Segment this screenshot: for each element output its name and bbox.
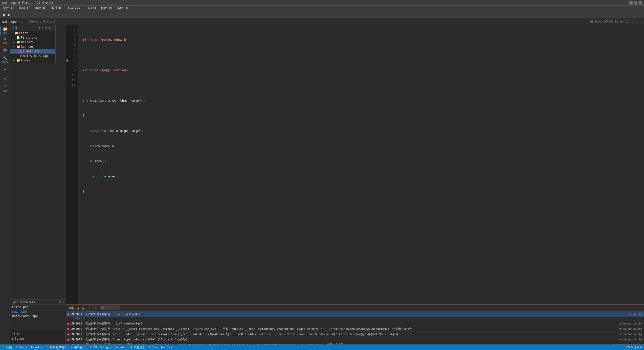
tree-item-headers-label: Headers bbox=[21, 40, 34, 44]
issues-filter-input[interactable] bbox=[100, 306, 120, 310]
bottom-left-first: First bbox=[12, 332, 64, 336]
menu-analyze[interactable]: Analyze bbox=[65, 6, 82, 11]
issue-row-2[interactable]: ● LNK2001: 无法解析的外部符号 __CxxFrameHandler3 … bbox=[66, 321, 644, 326]
code-9b: (); bbox=[102, 159, 108, 164]
menu-help[interactable]: 帮助(H) bbox=[115, 6, 131, 11]
first-folder-icon: 📁 bbox=[14, 31, 18, 35]
fn-exec-10: exec bbox=[108, 174, 116, 179]
kw-include-3: #include bbox=[82, 68, 98, 73]
issue-text-2: LNK2001: 无法解析的外部符号 __CxxFrameHandler3 bbox=[70, 322, 611, 325]
doc-item-mainwindow-cpp[interactable]: mainwindow.cpp bbox=[10, 314, 66, 318]
tree-header: 项目 ▼ ↑ ⊞ ⧉ ⋯ bbox=[10, 25, 55, 31]
code-line-3: #include <QApplication> bbox=[82, 68, 644, 73]
code-9a: w. bbox=[82, 159, 94, 164]
status-test-results[interactable]: 8 Test Results bbox=[148, 346, 173, 349]
issues-warning-btn[interactable]: ⚠ bbox=[87, 306, 92, 310]
menu-file[interactable]: 文件(F) bbox=[1, 6, 17, 11]
sidebar-icon-settings[interactable]: ⚙ bbox=[1, 74, 10, 83]
brace-11: } bbox=[82, 189, 84, 194]
code-line-9: w.show(); bbox=[82, 159, 644, 164]
sidebar-icon-debug[interactable]: 🔧 Debug bbox=[1, 55, 10, 64]
line-12: 12 bbox=[66, 83, 78, 88]
code-line-11: } bbox=[82, 189, 644, 194]
main-cpp-file-icon: 🗎 bbox=[22, 50, 25, 53]
sidebar-icon-help[interactable]: ? 帮助 bbox=[1, 84, 10, 93]
tree-item-main-cpp[interactable]: ● 🗎 main.cpp bbox=[10, 49, 55, 54]
bottom-left-debug: Debug bbox=[15, 337, 24, 340]
code-line-5: int main(int argc, char *argv[]) bbox=[82, 98, 644, 103]
tree-header-label: 项目 bbox=[12, 26, 17, 30]
issue-row-4[interactable]: ● LNK2019: 无法解析的外部符号 "void __cdecl opera… bbox=[66, 332, 644, 337]
line-1: 1 bbox=[66, 27, 78, 32]
tree-item-mainwindow-cpp[interactable]: 🗎 mainwindow.cpp bbox=[10, 54, 55, 58]
tab-warning-icon: ⚠ bbox=[21, 20, 23, 23]
tree-item-first[interactable]: ▼ 📁 First bbox=[10, 31, 55, 35]
open-docs-header-icons: ≡ ↑ bbox=[59, 300, 64, 304]
sidebar-icon-db[interactable]: ⛃ bbox=[1, 45, 10, 55]
issue-file-5: mainwindow.obj bbox=[612, 338, 642, 341]
issue-file-3: mainwindow.obj bbox=[612, 327, 642, 331]
db-icon: ⛃ bbox=[3, 48, 7, 53]
code-lines[interactable]: #include "mainwindow.h" #include <QAppli… bbox=[78, 25, 644, 305]
project-icon: 📁 bbox=[3, 27, 8, 31]
menu-bar: 文件(F) 编辑(E) 检建(B) 调试(D) Analyze 工具(I) 控件… bbox=[0, 6, 644, 11]
line-7: ● 7 bbox=[66, 58, 78, 63]
status-issues[interactable]: 1 问题 bbox=[2, 345, 13, 349]
play-icon[interactable]: ▶ bbox=[12, 337, 14, 341]
issue-error-icon-5: ● bbox=[67, 337, 69, 341]
menu-controls[interactable]: 控件(W) bbox=[99, 6, 115, 11]
code-line-10: return a.exec(); bbox=[82, 174, 644, 179]
issues-title: 问题 bbox=[68, 306, 74, 310]
sidebar-icon-star[interactable]: ✱ bbox=[1, 65, 10, 74]
minimize-button[interactable]: − bbox=[629, 1, 633, 5]
issue-row-5[interactable]: ● LNK2019: 无法解析的外部符号 "const type_info::v… bbox=[66, 337, 644, 342]
tab-main-cpp-close[interactable]: × bbox=[18, 20, 20, 23]
issue-error-icon-2: ● bbox=[67, 321, 69, 325]
type-qapp-7: QApplication bbox=[82, 128, 114, 133]
line-9: 9 bbox=[66, 68, 78, 73]
maximize-button[interactable]: □ bbox=[634, 1, 637, 5]
tab-select-symbol[interactable]: 《Select Symbol》 bbox=[25, 19, 59, 24]
doc-item-first-pro[interactable]: First.pro bbox=[10, 305, 66, 309]
status-search[interactable]: 2 Search Results bbox=[15, 346, 44, 349]
forward-button[interactable]: ▶ bbox=[7, 12, 12, 17]
title-bar-controls: − □ × bbox=[629, 1, 642, 5]
status-app-output[interactable]: 3 应用程序输出 bbox=[46, 345, 68, 349]
issue-row-3[interactable]: ● LNK2019: 无法解析的外部符号 "void * __cdecl ope… bbox=[66, 326, 644, 332]
close-button[interactable]: × bbox=[638, 1, 642, 5]
tree-item-headers[interactable]: ▶ 📁 Headers bbox=[10, 40, 55, 44]
params-5: (int argc, char *argv[]) bbox=[98, 98, 146, 103]
menu-edit[interactable]: 编辑(E) bbox=[17, 6, 33, 11]
issue-row-1[interactable]: ● LNK2001: 无法解析的外部符号 __CxxFrameHandler3 … bbox=[66, 312, 644, 317]
code-10b: (); bbox=[116, 174, 122, 179]
issues-prev-btn[interactable]: ◀ bbox=[76, 306, 80, 310]
status-qml-debug[interactable]: 5 QML Debugger Console bbox=[88, 346, 127, 349]
issue-text-3: LNK2019: 无法解析的外部符号 "void * __cdecl opera… bbox=[70, 327, 611, 331]
code-8b: w; bbox=[110, 144, 116, 149]
menu-tools[interactable]: 工具(I) bbox=[83, 6, 98, 11]
bottom-issues-section: 问题 ◀ ▶ ⚠ ⧉ ● LNK2001: 无法解析的外部符号 __CxxFra… bbox=[66, 305, 644, 350]
tree-item-first-pro[interactable]: 📄 First.pro bbox=[10, 35, 55, 40]
open-docs-list: First.pro main.cpp mainwindow.cpp bbox=[10, 305, 66, 318]
tab-main-cpp-label: main.cpp bbox=[2, 20, 17, 24]
issues-filter-btn[interactable]: ⧉ bbox=[94, 306, 98, 310]
sidebar-icon-bookmarks[interactable]: ⊞ 收藏 bbox=[1, 36, 10, 45]
menu-debug[interactable]: 调试(D) bbox=[49, 6, 65, 11]
status-compile-output[interactable]: 4 编译输出 bbox=[70, 345, 86, 349]
open-docs-header-label: Open Documents bbox=[12, 300, 35, 304]
menu-build[interactable]: 检建(B) bbox=[33, 6, 49, 11]
tree-item-first-pro-label: First.pro bbox=[21, 36, 37, 39]
sidebar-icon-project[interactable]: 📁 项目 bbox=[1, 26, 10, 35]
back-button[interactable]: ◀ bbox=[1, 12, 6, 17]
watermark-text: CSDN @坏坏 bbox=[626, 345, 642, 349]
status-summary[interactable]: 6 概要信息 bbox=[129, 345, 146, 349]
tree-item-sources[interactable]: ▼ 📁 Sources bbox=[10, 44, 55, 49]
code-line-1: #include "mainwindow.h" bbox=[82, 37, 644, 42]
issues-next-btn[interactable]: ▶ bbox=[82, 306, 85, 310]
tree-item-forms[interactable]: ▶ 📁 Forms bbox=[10, 58, 55, 63]
line-5: 5 bbox=[66, 48, 78, 53]
tab-main-cpp[interactable]: main.cpp × ⚠ bbox=[0, 18, 25, 25]
doc-item-main-cpp[interactable]: main.cpp bbox=[10, 309, 66, 314]
issue-text-1: LNK2001: 无法解析的外部符号 __CxxFrameHandler3 bbox=[70, 312, 611, 316]
code-area[interactable]: 1 2 3 4 5 6 ● 7 8 9 10 11 bbox=[66, 25, 644, 305]
